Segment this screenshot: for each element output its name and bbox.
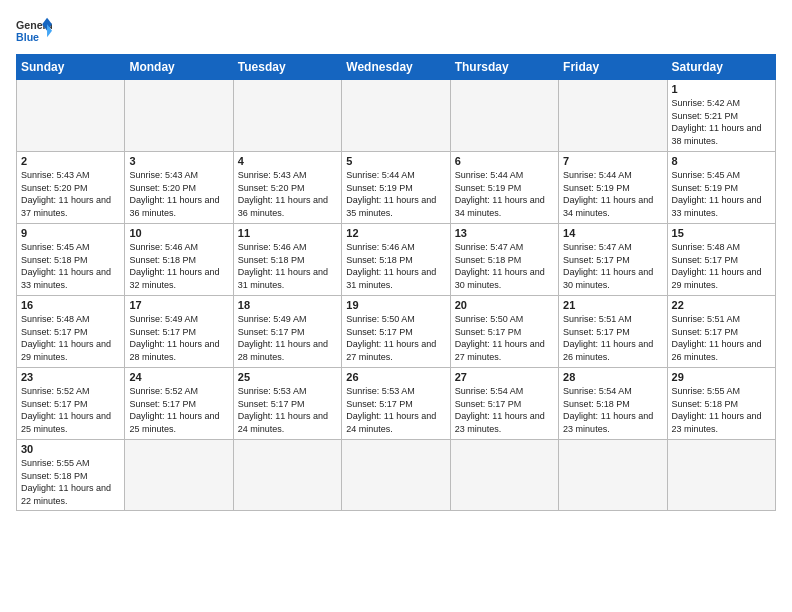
day-number: 29 xyxy=(672,371,771,383)
weekday-header-sunday: Sunday xyxy=(17,55,125,80)
calendar-week-5: 23Sunrise: 5:52 AM Sunset: 5:17 PM Dayli… xyxy=(17,368,776,440)
calendar-cell xyxy=(342,80,450,152)
weekday-header-tuesday: Tuesday xyxy=(233,55,341,80)
calendar-cell: 25Sunrise: 5:53 AM Sunset: 5:17 PM Dayli… xyxy=(233,368,341,440)
calendar-cell: 30Sunrise: 5:55 AM Sunset: 5:18 PM Dayli… xyxy=(17,440,125,511)
day-number: 23 xyxy=(21,371,120,383)
day-info: Sunrise: 5:51 AM Sunset: 5:17 PM Dayligh… xyxy=(563,313,662,363)
calendar-cell xyxy=(125,440,233,511)
calendar-cell: 12Sunrise: 5:46 AM Sunset: 5:18 PM Dayli… xyxy=(342,224,450,296)
day-number: 12 xyxy=(346,227,445,239)
calendar-week-4: 16Sunrise: 5:48 AM Sunset: 5:17 PM Dayli… xyxy=(17,296,776,368)
day-number: 16 xyxy=(21,299,120,311)
day-info: Sunrise: 5:44 AM Sunset: 5:19 PM Dayligh… xyxy=(455,169,554,219)
calendar-cell: 4Sunrise: 5:43 AM Sunset: 5:20 PM Daylig… xyxy=(233,152,341,224)
day-number: 5 xyxy=(346,155,445,167)
calendar-cell: 11Sunrise: 5:46 AM Sunset: 5:18 PM Dayli… xyxy=(233,224,341,296)
day-number: 18 xyxy=(238,299,337,311)
header: General Blue xyxy=(16,16,776,44)
weekday-header-wednesday: Wednesday xyxy=(342,55,450,80)
day-number: 4 xyxy=(238,155,337,167)
calendar-cell xyxy=(125,80,233,152)
calendar-cell: 15Sunrise: 5:48 AM Sunset: 5:17 PM Dayli… xyxy=(667,224,775,296)
day-number: 7 xyxy=(563,155,662,167)
weekday-header-friday: Friday xyxy=(559,55,667,80)
calendar-cell: 19Sunrise: 5:50 AM Sunset: 5:17 PM Dayli… xyxy=(342,296,450,368)
calendar-cell: 18Sunrise: 5:49 AM Sunset: 5:17 PM Dayli… xyxy=(233,296,341,368)
day-number: 6 xyxy=(455,155,554,167)
calendar-cell xyxy=(233,80,341,152)
day-number: 27 xyxy=(455,371,554,383)
calendar-cell: 10Sunrise: 5:46 AM Sunset: 5:18 PM Dayli… xyxy=(125,224,233,296)
day-info: Sunrise: 5:46 AM Sunset: 5:18 PM Dayligh… xyxy=(129,241,228,291)
calendar-cell: 21Sunrise: 5:51 AM Sunset: 5:17 PM Dayli… xyxy=(559,296,667,368)
calendar-cell: 8Sunrise: 5:45 AM Sunset: 5:19 PM Daylig… xyxy=(667,152,775,224)
calendar-week-6: 30Sunrise: 5:55 AM Sunset: 5:18 PM Dayli… xyxy=(17,440,776,511)
calendar-cell: 27Sunrise: 5:54 AM Sunset: 5:17 PM Dayli… xyxy=(450,368,558,440)
day-number: 17 xyxy=(129,299,228,311)
day-number: 25 xyxy=(238,371,337,383)
svg-text:Blue: Blue xyxy=(16,31,39,43)
day-info: Sunrise: 5:54 AM Sunset: 5:17 PM Dayligh… xyxy=(455,385,554,435)
calendar-cell xyxy=(17,80,125,152)
day-info: Sunrise: 5:50 AM Sunset: 5:17 PM Dayligh… xyxy=(455,313,554,363)
day-number: 13 xyxy=(455,227,554,239)
day-info: Sunrise: 5:49 AM Sunset: 5:17 PM Dayligh… xyxy=(129,313,228,363)
day-number: 24 xyxy=(129,371,228,383)
calendar-cell xyxy=(559,440,667,511)
day-info: Sunrise: 5:52 AM Sunset: 5:17 PM Dayligh… xyxy=(21,385,120,435)
day-info: Sunrise: 5:43 AM Sunset: 5:20 PM Dayligh… xyxy=(21,169,120,219)
weekday-header-monday: Monday xyxy=(125,55,233,80)
day-number: 10 xyxy=(129,227,228,239)
day-number: 20 xyxy=(455,299,554,311)
calendar-cell: 17Sunrise: 5:49 AM Sunset: 5:17 PM Dayli… xyxy=(125,296,233,368)
day-info: Sunrise: 5:53 AM Sunset: 5:17 PM Dayligh… xyxy=(346,385,445,435)
day-info: Sunrise: 5:54 AM Sunset: 5:18 PM Dayligh… xyxy=(563,385,662,435)
calendar-cell: 23Sunrise: 5:52 AM Sunset: 5:17 PM Dayli… xyxy=(17,368,125,440)
calendar-cell: 16Sunrise: 5:48 AM Sunset: 5:17 PM Dayli… xyxy=(17,296,125,368)
day-number: 9 xyxy=(21,227,120,239)
calendar-table: SundayMondayTuesdayWednesdayThursdayFrid… xyxy=(16,54,776,511)
day-info: Sunrise: 5:53 AM Sunset: 5:17 PM Dayligh… xyxy=(238,385,337,435)
day-info: Sunrise: 5:55 AM Sunset: 5:18 PM Dayligh… xyxy=(672,385,771,435)
day-info: Sunrise: 5:42 AM Sunset: 5:21 PM Dayligh… xyxy=(672,97,771,147)
day-info: Sunrise: 5:45 AM Sunset: 5:18 PM Dayligh… xyxy=(21,241,120,291)
page: General Blue SundayMondayTuesdayWednesda… xyxy=(0,0,792,519)
weekday-header-row: SundayMondayTuesdayWednesdayThursdayFrid… xyxy=(17,55,776,80)
day-number: 1 xyxy=(672,83,771,95)
day-number: 14 xyxy=(563,227,662,239)
day-number: 30 xyxy=(21,443,120,455)
day-number: 21 xyxy=(563,299,662,311)
logo: General Blue xyxy=(16,16,52,44)
calendar-cell xyxy=(233,440,341,511)
day-info: Sunrise: 5:46 AM Sunset: 5:18 PM Dayligh… xyxy=(238,241,337,291)
calendar-cell: 26Sunrise: 5:53 AM Sunset: 5:17 PM Dayli… xyxy=(342,368,450,440)
calendar-week-1: 1Sunrise: 5:42 AM Sunset: 5:21 PM Daylig… xyxy=(17,80,776,152)
calendar-cell: 29Sunrise: 5:55 AM Sunset: 5:18 PM Dayli… xyxy=(667,368,775,440)
day-info: Sunrise: 5:55 AM Sunset: 5:18 PM Dayligh… xyxy=(21,457,120,507)
day-info: Sunrise: 5:49 AM Sunset: 5:17 PM Dayligh… xyxy=(238,313,337,363)
calendar-cell: 2Sunrise: 5:43 AM Sunset: 5:20 PM Daylig… xyxy=(17,152,125,224)
day-info: Sunrise: 5:52 AM Sunset: 5:17 PM Dayligh… xyxy=(129,385,228,435)
day-info: Sunrise: 5:43 AM Sunset: 5:20 PM Dayligh… xyxy=(129,169,228,219)
calendar-cell: 24Sunrise: 5:52 AM Sunset: 5:17 PM Dayli… xyxy=(125,368,233,440)
day-info: Sunrise: 5:46 AM Sunset: 5:18 PM Dayligh… xyxy=(346,241,445,291)
calendar-cell: 14Sunrise: 5:47 AM Sunset: 5:17 PM Dayli… xyxy=(559,224,667,296)
calendar-cell: 6Sunrise: 5:44 AM Sunset: 5:19 PM Daylig… xyxy=(450,152,558,224)
calendar-cell: 5Sunrise: 5:44 AM Sunset: 5:19 PM Daylig… xyxy=(342,152,450,224)
calendar-header: SundayMondayTuesdayWednesdayThursdayFrid… xyxy=(17,55,776,80)
day-number: 3 xyxy=(129,155,228,167)
day-number: 28 xyxy=(563,371,662,383)
day-info: Sunrise: 5:48 AM Sunset: 5:17 PM Dayligh… xyxy=(672,241,771,291)
day-info: Sunrise: 5:50 AM Sunset: 5:17 PM Dayligh… xyxy=(346,313,445,363)
calendar-cell xyxy=(559,80,667,152)
day-info: Sunrise: 5:48 AM Sunset: 5:17 PM Dayligh… xyxy=(21,313,120,363)
day-number: 15 xyxy=(672,227,771,239)
calendar-cell: 3Sunrise: 5:43 AM Sunset: 5:20 PM Daylig… xyxy=(125,152,233,224)
day-info: Sunrise: 5:43 AM Sunset: 5:20 PM Dayligh… xyxy=(238,169,337,219)
calendar-cell xyxy=(667,440,775,511)
calendar-cell: 9Sunrise: 5:45 AM Sunset: 5:18 PM Daylig… xyxy=(17,224,125,296)
day-number: 2 xyxy=(21,155,120,167)
weekday-header-thursday: Thursday xyxy=(450,55,558,80)
day-info: Sunrise: 5:44 AM Sunset: 5:19 PM Dayligh… xyxy=(563,169,662,219)
